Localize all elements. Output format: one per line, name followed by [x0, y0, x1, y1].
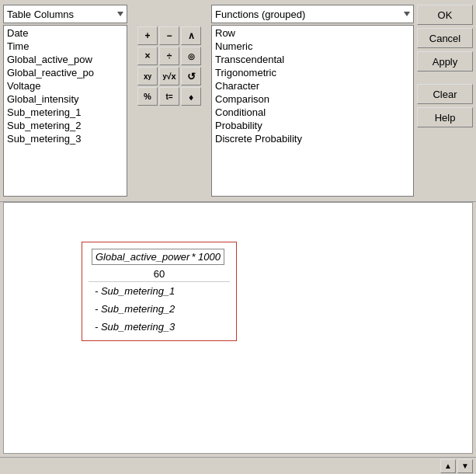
scroll-up-button[interactable]: ▲: [440, 459, 456, 473]
op-row-4: % t= ⬧: [137, 87, 201, 106]
xy-button[interactable]: xy: [137, 67, 158, 85]
spacer: [417, 75, 473, 81]
list-item[interactable]: Global_reactive_po: [5, 66, 126, 79]
list-item[interactable]: Global_intensity: [5, 92, 126, 106]
formula-sub2-line: - Sub_metering_2: [89, 300, 230, 318]
list-item[interactable]: Character: [213, 79, 412, 92]
subtract-button[interactable]: −: [159, 26, 179, 45]
power-button[interactable]: ∧: [181, 26, 201, 45]
list-item[interactable]: Time: [5, 40, 126, 53]
list-item[interactable]: Comparison: [213, 92, 412, 106]
table-columns-panel: Table Columns Date Time Global_active_po…: [3, 5, 127, 197]
list-item[interactable]: Conditional: [213, 106, 412, 119]
down-arrow-icon: ▼: [461, 462, 469, 470]
test-button[interactable]: t=: [159, 87, 179, 106]
table-columns-label: Table Columns: [7, 9, 74, 20]
multiply-button[interactable]: ×: [137, 47, 158, 65]
special-button[interactable]: ⬧: [181, 87, 201, 106]
formula-expression-box[interactable]: Global_active_power * 1000: [92, 249, 224, 265]
list-item[interactable]: Transcendental: [213, 53, 412, 66]
action-buttons: OK Cancel Apply Clear Help: [417, 5, 473, 197]
list-item[interactable]: Date: [5, 26, 126, 40]
clear-button[interactable]: Clear: [417, 84, 473, 104]
formula-sub1-line: - Sub_metering_1: [89, 282, 230, 300]
refresh-button[interactable]: ↺: [181, 67, 201, 85]
formula-sub3-line: - Sub_metering_3: [89, 318, 230, 336]
list-item[interactable]: Voltage: [5, 79, 126, 92]
main-container: Table Columns Date Time Global_active_po…: [0, 0, 476, 474]
functions-dropdown-arrow-icon: [404, 12, 410, 16]
list-item[interactable]: Numeric: [213, 40, 412, 53]
top-panel: Table Columns Date Time Global_active_po…: [0, 0, 476, 202]
list-item[interactable]: Sub_metering_2: [5, 119, 126, 132]
formula-value: 60: [154, 268, 165, 280]
operators-panel: + − ∧ × ÷ ◎ xy y√x ↺ % t= ⬧: [130, 5, 208, 197]
table-columns-list[interactable]: Date Time Global_active_pow Global_react…: [3, 25, 127, 197]
op-row-3: xy y√x ↺: [137, 67, 201, 85]
formula-area: Global_active_power * 1000 60 - Sub_mete…: [82, 242, 237, 341]
up-arrow-icon: ▲: [444, 462, 452, 470]
list-item[interactable]: Global_active_pow: [5, 53, 126, 66]
formula-value-line: 60: [89, 267, 230, 282]
ok-button[interactable]: OK: [417, 5, 473, 25]
functions-list[interactable]: Row Numeric Transcendental Trigonometric…: [211, 25, 414, 197]
list-item[interactable]: Probability: [213, 119, 412, 132]
table-columns-dropdown[interactable]: Table Columns: [3, 5, 127, 23]
op-row-1: + − ∧: [137, 26, 201, 45]
list-item[interactable]: Row: [213, 26, 412, 40]
sqrt-button[interactable]: y√x: [159, 67, 179, 85]
op-row-2: × ÷ ◎: [137, 47, 201, 65]
list-item[interactable]: Sub_metering_3: [5, 132, 126, 145]
list-item[interactable]: Discrete Probability: [213, 132, 412, 145]
formula-sub2: - Sub_metering_2: [92, 301, 178, 316]
status-bar: ▲ ▼: [0, 457, 476, 474]
cancel-button[interactable]: Cancel: [417, 28, 473, 48]
formula-panel: Global_active_power * 1000 60 - Sub_mete…: [3, 202, 473, 454]
formula-field-text: Global_active_power: [96, 251, 189, 263]
functions-dropdown[interactable]: Functions (grouped): [211, 5, 414, 23]
add-button[interactable]: +: [137, 26, 158, 45]
function-button[interactable]: ◎: [181, 47, 201, 65]
help-button[interactable]: Help: [417, 107, 473, 127]
list-item[interactable]: Trigonometric: [213, 66, 412, 79]
formula-sub1: - Sub_metering_1: [92, 284, 178, 298]
functions-label: Functions (grouped): [215, 9, 305, 20]
formula-expression-line: Global_active_power * 1000: [89, 247, 230, 267]
divide-button[interactable]: ÷: [159, 47, 179, 65]
percent-button[interactable]: %: [137, 87, 158, 106]
apply-button[interactable]: Apply: [417, 51, 473, 71]
formula-operator-text: * 1000: [191, 251, 221, 263]
formula-sub3: - Sub_metering_3: [92, 319, 178, 334]
list-item[interactable]: Sub_metering_1: [5, 106, 126, 119]
dropdown-arrow-icon: [117, 12, 123, 16]
scroll-down-button[interactable]: ▼: [457, 459, 473, 473]
functions-panel: Functions (grouped) Row Numeric Transcen…: [211, 5, 414, 197]
